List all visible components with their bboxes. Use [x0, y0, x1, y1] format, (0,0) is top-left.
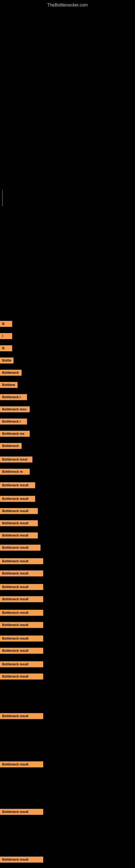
- result-item-21: Bottleneck result: [0, 584, 135, 591]
- result-badge-17: Bottleneck result: [0, 532, 38, 538]
- result-item-15: Bottleneck result: [0, 508, 135, 515]
- result-item-4: Bottleneck: [0, 370, 135, 377]
- result-badge-2: B: [0, 345, 12, 351]
- result-badge-7: Bottleneck resu: [0, 406, 30, 412]
- result-item-31: Bottleneck result: [0, 809, 135, 816]
- result-badge-23: Bottleneck result: [0, 610, 43, 616]
- result-item-5: Bottlene: [0, 382, 135, 389]
- result-item-20: Bottleneck result: [0, 570, 135, 578]
- result-item-29: Bottleneck result: [0, 713, 135, 720]
- result-item-27: Bottleneck result: [0, 661, 135, 669]
- result-badge-11: Bottleneck resul: [0, 457, 32, 463]
- result-item-16: Bottleneck result: [0, 520, 135, 527]
- result-item-0: B: [0, 321, 135, 328]
- result-item-10: Bottleneck: [0, 443, 135, 450]
- chart-area: [0, 9, 135, 123]
- site-title: TheBottlenecker.com: [0, 0, 135, 9]
- result-item-25: Bottleneck result: [0, 636, 135, 643]
- result-badge-32: Bottleneck result: [0, 857, 43, 863]
- result-item-1: I: [0, 333, 135, 340]
- result-badge-19: Bottleneck result: [0, 558, 43, 564]
- result-badge-8: Bottleneck r: [0, 418, 27, 425]
- result-item-6: Bottleneck r: [0, 394, 135, 401]
- result-badge-1: I: [0, 333, 12, 339]
- result-badge-29: Bottleneck result: [0, 713, 43, 719]
- result-item-24: Bottleneck result: [0, 622, 135, 629]
- result-item-7: Bottleneck resu: [0, 406, 135, 413]
- result-badge-27: Bottleneck result: [0, 661, 43, 667]
- result-item-9: Bottleneck res: [0, 431, 135, 438]
- result-badge-15: Bottleneck result: [0, 508, 38, 514]
- results-list: BIBBottleBottleneckBottleneBottleneck rB…: [0, 123, 135, 868]
- result-badge-22: Bottleneck result: [0, 596, 43, 602]
- result-badge-6: Bottleneck r: [0, 394, 27, 400]
- result-badge-5: Bottlene: [0, 382, 17, 388]
- result-item-8: Bottleneck r: [0, 418, 135, 426]
- result-badge-10: Bottleneck: [0, 443, 21, 449]
- result-badge-31: Bottleneck result: [0, 809, 43, 815]
- result-item-30: Bottleneck result: [0, 762, 135, 769]
- result-item-22: Bottleneck result: [0, 596, 135, 603]
- result-item-26: Bottleneck result: [0, 648, 135, 655]
- result-item-32: Bottleneck result: [0, 857, 135, 864]
- result-badge-20: Bottleneck result: [0, 570, 43, 577]
- result-badge-9: Bottleneck res: [0, 431, 30, 437]
- result-badge-28: Bottleneck result: [0, 674, 43, 680]
- result-badge-18: Bottleneck result: [0, 545, 41, 551]
- result-item-12: Bottleneck re: [0, 469, 135, 476]
- result-item-28: Bottleneck result: [0, 674, 135, 681]
- result-item-18: Bottleneck result: [0, 545, 135, 552]
- result-badge-21: Bottleneck result: [0, 584, 43, 590]
- result-item-14: Bottleneck result: [0, 496, 135, 503]
- result-item-19: Bottleneck result: [0, 558, 135, 565]
- result-badge-30: Bottleneck result: [0, 762, 43, 767]
- result-badge-25: Bottleneck result: [0, 636, 43, 642]
- result-badge-26: Bottleneck result: [0, 648, 43, 654]
- result-badge-3: Bottle: [0, 358, 13, 364]
- result-badge-13: Bottleneck result: [0, 482, 35, 488]
- result-item-17: Bottleneck result: [0, 532, 135, 539]
- result-item-11: Bottleneck resul: [0, 457, 135, 464]
- result-badge-16: Bottleneck result: [0, 520, 38, 526]
- result-badge-14: Bottleneck result: [0, 496, 35, 502]
- result-item-2: B: [0, 345, 135, 352]
- result-item-13: Bottleneck result: [0, 482, 135, 489]
- result-badge-4: Bottleneck: [0, 370, 21, 376]
- result-item-3: Bottle: [0, 358, 135, 365]
- result-badge-0: B: [0, 321, 12, 327]
- result-badge-24: Bottleneck result: [0, 622, 43, 628]
- result-badge-12: Bottleneck re: [0, 469, 30, 475]
- result-item-23: Bottleneck result: [0, 610, 135, 617]
